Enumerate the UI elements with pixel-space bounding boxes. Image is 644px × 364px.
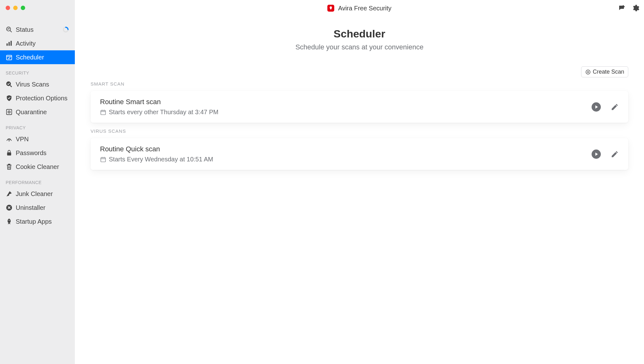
vpn-icon bbox=[6, 136, 13, 143]
scan-card-title: Routine Smart scan bbox=[100, 98, 591, 106]
settings-button[interactable] bbox=[631, 4, 640, 12]
page-subtitle: Schedule your scans at your convenience bbox=[75, 43, 644, 51]
sidebar-item-label: Scheduler bbox=[16, 54, 44, 61]
sidebar-item-virus-scans[interactable]: Virus Scans bbox=[0, 77, 75, 91]
scan-card-quick: Routine Quick scan Starts Every Wednesda… bbox=[91, 138, 628, 170]
sidebar-item-quarantine[interactable]: Quarantine bbox=[0, 105, 75, 119]
svg-point-12 bbox=[9, 112, 10, 113]
sidebar-item-label: Quarantine bbox=[16, 109, 47, 116]
sidebar-item-label: Activity bbox=[16, 40, 36, 47]
svg-line-1 bbox=[10, 31, 12, 32]
svg-point-13 bbox=[8, 140, 10, 142]
sidebar-item-label: Status bbox=[16, 26, 34, 33]
calendar-icon bbox=[100, 109, 106, 115]
rocket-icon bbox=[6, 218, 13, 225]
loading-spinner-icon bbox=[62, 26, 69, 33]
scan-card-title: Routine Quick scan bbox=[100, 145, 591, 153]
svg-rect-14 bbox=[7, 152, 11, 155]
feedback-button[interactable] bbox=[618, 4, 626, 12]
window-fullscreen-button[interactable] bbox=[21, 6, 25, 10]
svg-rect-22 bbox=[101, 110, 106, 115]
sidebar-item-uninstaller[interactable]: Uninstaller bbox=[0, 201, 75, 215]
section-label-virus-scans: VIRUS SCANS bbox=[91, 128, 628, 134]
create-scan-label: Create Scan bbox=[593, 69, 624, 75]
scan-card-schedule: Starts every other Thursday at 3:47 PM bbox=[109, 109, 219, 116]
scheduler-icon bbox=[6, 54, 13, 61]
sidebar-item-activity[interactable]: Activity bbox=[0, 36, 75, 50]
sidebar-item-label: Uninstaller bbox=[16, 204, 45, 211]
plus-circle-icon bbox=[585, 69, 591, 75]
sidebar-item-startup-apps[interactable]: Startup Apps bbox=[0, 215, 75, 228]
svg-line-9 bbox=[10, 86, 12, 87]
svg-rect-6 bbox=[7, 55, 12, 60]
svg-rect-4 bbox=[8, 42, 10, 46]
app-title: Avira Free Security bbox=[338, 5, 391, 12]
sidebar-item-junk-cleaner[interactable]: Junk Cleaner bbox=[0, 187, 75, 201]
svg-rect-27 bbox=[101, 158, 106, 162]
virus-scans-icon bbox=[6, 81, 13, 88]
quarantine-icon bbox=[6, 109, 13, 115]
scan-card-smart: Routine Smart scan Starts every other Th… bbox=[91, 91, 628, 123]
sidebar-item-protection-options[interactable]: Protection Options bbox=[0, 91, 75, 105]
sidebar-item-vpn[interactable]: VPN bbox=[0, 132, 75, 146]
sidebar-item-label: Junk Cleaner bbox=[16, 190, 53, 198]
run-scan-button[interactable] bbox=[591, 102, 601, 112]
main-content: Avira Free Security Scheduler Schedule y… bbox=[75, 0, 644, 364]
sidebar-item-passwords[interactable]: Passwords bbox=[0, 146, 75, 160]
sidebar-group-security: SECURITY bbox=[0, 64, 75, 77]
section-label-smart-scan: SMART SCAN bbox=[91, 81, 628, 87]
titlebar: Avira Free Security bbox=[75, 0, 644, 16]
sidebar-item-cookie-cleaner[interactable]: Cookie Cleaner bbox=[0, 160, 75, 174]
status-icon bbox=[6, 26, 13, 33]
broom-icon bbox=[6, 190, 13, 197]
trash-icon bbox=[6, 163, 13, 170]
page-header: Scheduler Schedule your scans at your co… bbox=[75, 16, 644, 60]
svg-point-18 bbox=[9, 220, 10, 221]
window-controls bbox=[0, 0, 75, 13]
create-scan-button[interactable]: Create Scan bbox=[581, 66, 628, 77]
shield-icon bbox=[6, 95, 13, 102]
svg-point-8 bbox=[6, 81, 11, 86]
sidebar-item-label: Cookie Cleaner bbox=[16, 163, 59, 171]
avira-logo-icon bbox=[327, 5, 334, 12]
edit-scan-button[interactable] bbox=[611, 150, 619, 158]
sidebar-item-label: Protection Options bbox=[16, 95, 68, 102]
sidebar-nav: Status Activity Scheduler SECURITY bbox=[0, 13, 75, 228]
svg-rect-3 bbox=[7, 43, 8, 46]
lock-icon bbox=[6, 149, 13, 156]
sidebar-group-privacy: PRIVACY bbox=[0, 119, 75, 132]
edit-scan-button[interactable] bbox=[611, 103, 619, 111]
scan-card-schedule: Starts Every Wednesday at 10:51 AM bbox=[109, 156, 213, 163]
svg-rect-5 bbox=[11, 41, 12, 46]
page-title: Scheduler bbox=[75, 28, 644, 40]
sidebar: Status Activity Scheduler SECURITY bbox=[0, 0, 75, 364]
window-close-button[interactable] bbox=[6, 6, 10, 10]
x-circle-icon bbox=[6, 204, 13, 211]
sidebar-item-label: Startup Apps bbox=[16, 218, 52, 225]
sidebar-item-scheduler[interactable]: Scheduler bbox=[0, 50, 75, 64]
activity-icon bbox=[6, 40, 13, 47]
sidebar-item-label: Passwords bbox=[16, 149, 47, 157]
sidebar-item-status[interactable]: Status bbox=[0, 23, 75, 36]
run-scan-button[interactable] bbox=[591, 149, 601, 159]
window-minimize-button[interactable] bbox=[13, 6, 18, 10]
calendar-icon bbox=[100, 156, 106, 163]
sidebar-group-performance: PERFORMANCE bbox=[0, 174, 75, 187]
sidebar-item-label: Virus Scans bbox=[16, 81, 49, 88]
title-center: Avira Free Security bbox=[327, 5, 391, 12]
sidebar-item-label: VPN bbox=[16, 136, 29, 143]
